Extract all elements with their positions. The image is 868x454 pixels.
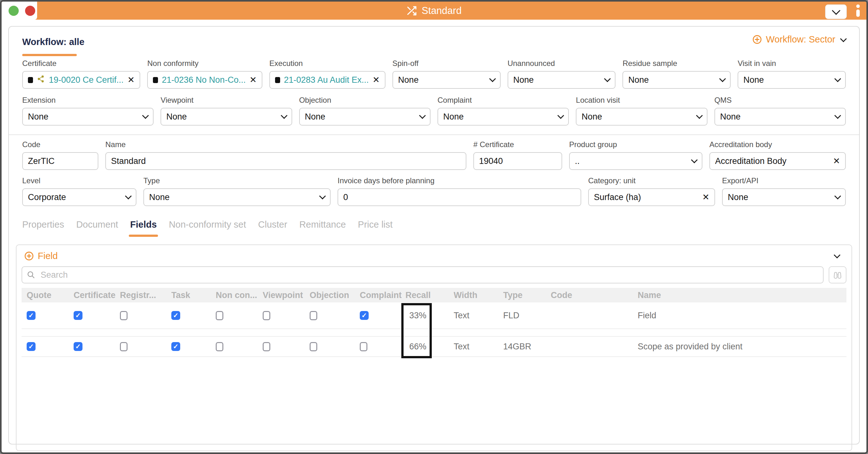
search-input[interactable]: [22, 266, 824, 284]
clear-icon[interactable]: ✕: [127, 76, 135, 84]
table-row[interactable]: ✓✓✓66%Text14GBRScope as provided by clie…: [22, 337, 846, 357]
col-header-registr[interactable]: Registr...: [120, 290, 171, 300]
tab-fields[interactable]: Fields: [130, 219, 157, 237]
checkbox-viewpoint[interactable]: [263, 342, 270, 351]
clear-icon[interactable]: ✕: [702, 193, 709, 202]
checkbox-task[interactable]: ✓: [171, 342, 180, 351]
col-header-type[interactable]: Type: [503, 290, 551, 300]
select-complaint[interactable]: None: [437, 108, 569, 126]
col-header-objection[interactable]: Objection: [310, 290, 360, 300]
field-invoice-days-before-planning: Invoice days before planning: [338, 176, 581, 206]
select-export-api[interactable]: None: [722, 188, 846, 206]
input-certificate[interactable]: [473, 152, 562, 170]
checkbox-viewpoint[interactable]: [263, 311, 270, 320]
checkbox-registr[interactable]: [120, 311, 127, 320]
col-header-complaint[interactable]: Complaint: [360, 290, 405, 300]
select-spin-off[interactable]: None: [393, 71, 501, 89]
workflow-tab[interactable]: Workflow: alle: [22, 37, 84, 56]
tab-bar: PropertiesDocumentFieldsNon-conformity s…: [22, 219, 846, 237]
checkbox-non-con[interactable]: [216, 311, 223, 320]
clearable-accreditation-body[interactable]: Accreditation Body✕: [709, 152, 846, 170]
cell-recall: 33%: [405, 311, 454, 321]
clear-icon[interactable]: ✕: [833, 157, 840, 165]
field-label: Objection: [299, 96, 431, 105]
checkbox-objection[interactable]: [310, 342, 317, 351]
select-level[interactable]: Corporate: [22, 188, 136, 206]
col-header-certificate[interactable]: Certificate: [73, 290, 120, 300]
checkbox-objection[interactable]: [310, 311, 317, 320]
chip-certificate[interactable]: 19-0020 Ce Certif...✕: [22, 71, 140, 89]
input-invoice-days-before-planning[interactable]: [338, 188, 581, 206]
select-type[interactable]: None: [144, 188, 331, 206]
input-name[interactable]: [105, 152, 466, 170]
table-row[interactable]: ✓✓✓✓33%TextFLDField: [22, 302, 846, 329]
col-header-quote[interactable]: Quote: [27, 290, 73, 300]
field-value: None: [513, 75, 601, 85]
field-label: # Certificate: [473, 140, 562, 149]
col-header-width[interactable]: Width: [454, 290, 503, 300]
col-header-non-con[interactable]: Non con...: [216, 290, 263, 300]
checkbox-certificate[interactable]: ✓: [73, 311, 83, 320]
search-row: [22, 266, 846, 284]
cell-non-con: [216, 311, 263, 320]
window-minimize-light[interactable]: [8, 6, 19, 16]
input-code[interactable]: [22, 152, 98, 170]
add-field-button[interactable]: Field: [24, 251, 58, 261]
info-icon[interactable]: [854, 4, 862, 17]
tab-properties[interactable]: Properties: [22, 219, 64, 237]
field-label: Product group: [569, 140, 703, 149]
chip-non-conformity[interactable]: 21-0236 No Non-Co...✕: [147, 71, 262, 89]
binoculars-icon: [832, 269, 843, 280]
col-header-code[interactable]: Code: [551, 290, 638, 300]
clearable-category-unit[interactable]: Surface (ha)✕: [588, 188, 715, 206]
tab-document[interactable]: Document: [76, 219, 118, 237]
tab-cluster[interactable]: Cluster: [258, 219, 287, 237]
clear-icon[interactable]: ✕: [372, 76, 380, 84]
chip-execution[interactable]: 21-0283 Au Audit Ex...✕: [269, 71, 385, 89]
tab-non-conformity-set[interactable]: Non-conformity set: [169, 219, 246, 237]
workflow-sector-button[interactable]: Workflow: Sector: [752, 34, 846, 45]
col-header-recall[interactable]: Recall: [405, 290, 454, 300]
col-header-viewpoint[interactable]: Viewpoint: [263, 290, 310, 300]
advanced-search-button[interactable]: [829, 266, 846, 284]
add-field-label: Field: [38, 251, 58, 261]
col-header-task[interactable]: Task: [171, 290, 216, 300]
tab-remittance[interactable]: Remittance: [299, 219, 346, 237]
select-product-group[interactable]: ..: [569, 152, 703, 170]
col-header-name[interactable]: Name: [638, 290, 846, 300]
title-bar: Standard: [2, 2, 866, 20]
cell-name: Scope as provided by client: [638, 342, 846, 352]
checkbox-complaint[interactable]: [360, 342, 367, 351]
checkbox-complaint[interactable]: ✓: [360, 311, 369, 320]
clear-icon[interactable]: ✕: [249, 76, 257, 84]
cell-certificate: ✓: [73, 311, 120, 320]
select-objection[interactable]: None: [299, 108, 431, 126]
checkbox-certificate[interactable]: ✓: [73, 342, 83, 351]
select-location-visit[interactable]: None: [576, 108, 707, 126]
collapse-chevron-icon[interactable]: [834, 251, 840, 258]
field-location-visit: Location visitNone: [576, 96, 707, 126]
select-extension[interactable]: None: [22, 108, 154, 126]
select-visit-in-vain[interactable]: None: [738, 71, 846, 89]
select-viewpoint[interactable]: None: [160, 108, 292, 126]
field-product-group: Product group..: [569, 140, 703, 170]
checkbox-registr[interactable]: [120, 342, 127, 351]
checkbox-non-con[interactable]: [216, 342, 223, 351]
cell-registr: [120, 311, 171, 320]
plus-circle-icon: [752, 35, 762, 44]
window-close-light[interactable]: [25, 6, 35, 16]
checkbox-quote[interactable]: ✓: [27, 342, 35, 351]
checkbox-task[interactable]: ✓: [171, 311, 180, 320]
chevron-down-icon: [142, 112, 149, 119]
chevron-down-icon: [840, 35, 847, 42]
tab-price-list[interactable]: Price list: [358, 219, 393, 237]
checkbox-quote[interactable]: ✓: [27, 311, 35, 320]
form-row-1: CodeName# CertificateProduct group..Accr…: [22, 140, 846, 170]
field-objection: ObjectionNone: [299, 96, 431, 126]
select-qms[interactable]: None: [714, 108, 846, 126]
field-value: None: [28, 112, 139, 122]
titlebar-dropdown-button[interactable]: [825, 4, 847, 19]
select-residue-sample[interactable]: None: [622, 71, 731, 89]
select-unannounced[interactable]: None: [507, 71, 616, 89]
field-type: TypeNone: [144, 176, 331, 206]
